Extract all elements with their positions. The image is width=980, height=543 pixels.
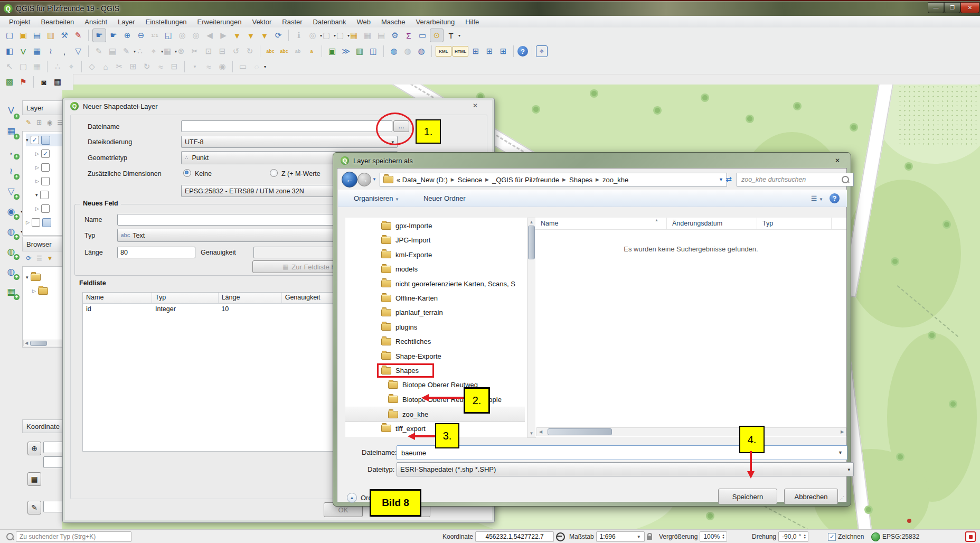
attribute-table-icon[interactable]: ▦ [361,29,374,42]
layer-visibility-checkbox[interactable]: ✓ [31,136,39,144]
crosshair-tool-icon[interactable]: ⌖ [536,45,548,57]
scale-lock-icon[interactable] [647,536,652,540]
misc-tool-2-icon[interactable]: ◌▾ [250,60,263,73]
forward-button[interactable]: → [357,173,371,186]
coordinate-panel-title[interactable]: Koordinate [22,419,67,433]
combo-arrow-icon[interactable]: ▼ [838,450,843,455]
new-project-icon[interactable]: ▢ [3,29,16,42]
menu-einstellungen[interactable]: Einstellungen [141,17,192,27]
coordinate-capture-button[interactable]: ⊕ [27,442,41,455]
folder-tree-item-shapes[interactable]: Shapes [345,363,525,378]
add-part-icon[interactable]: ⌖ [65,60,78,73]
render-checkbox[interactable]: ✓ [828,533,836,541]
expand-icon[interactable]: ▾ [26,275,29,280]
new-shapefile-icon[interactable]: ▽ [72,45,84,58]
data-source-manager-icon[interactable]: ◧ [3,45,16,58]
layer-tree-row[interactable]: ▷ [35,175,50,188]
grid-tool-1-icon[interactable]: ⊞ [469,45,482,58]
breadcrumb-item[interactable]: zoo_khe [602,176,628,184]
refresh-map-icon[interactable]: ⟳ [272,29,285,42]
add-vector-icon[interactable]: V+ [4,104,18,118]
identify-features-icon[interactable]: ℹ [293,29,305,42]
zoom-in-icon[interactable]: ⊕ [121,29,134,42]
select-arrow-icon[interactable]: ↖ [3,60,16,73]
folder-tree-item-offline-karten[interactable]: Offline-Karten [345,291,525,305]
breadcrumb-separator-icon[interactable]: ▶ [482,177,492,182]
dimensions-z-radio[interactable] [270,169,278,177]
layout-manager-icon[interactable]: ▤ [375,29,388,42]
layer-tree-row[interactable]: ▷ [26,216,51,229]
filter-legend-icon[interactable]: ◉ [45,118,54,127]
menu-hilfe[interactable]: Hilfe [460,17,484,27]
folder-tree-item-planlauf-terrain[interactable]: planlauf_terrain [345,305,525,320]
messages-log-icon[interactable] [965,531,976,542]
add-oracle-icon[interactable]: ◍+▾ [4,224,18,239]
dropdown-tool-icon[interactable]: ▾ [189,60,201,73]
add-delimited-icon[interactable]: ‚+ [4,144,18,158]
pan-to-selection-icon[interactable]: ☛ [107,29,120,42]
coordinate-value[interactable]: 456232.1,5427722.7 [475,531,554,542]
layer-visibility-checkbox[interactable]: ✓ [41,149,50,158]
menu-masche[interactable]: Masche [376,17,410,27]
search-input[interactable]: zoo_khe durchsuchen [737,173,854,186]
zoom-next-icon[interactable]: ▶ [217,29,230,42]
processing-toolbox-icon[interactable]: ▣ [326,45,338,58]
redo-icon[interactable]: ↻ [243,45,256,58]
view-selector-button[interactable]: ☰ ▼ [811,194,823,202]
browser-tree[interactable]: ▾ ▷ ◀ [22,266,63,348]
expand-icon[interactable]: ▾ [35,192,38,198]
trace-tool-icon[interactable]: ≈ [202,60,215,73]
add-wcs-icon[interactable]: ▦+ [4,284,18,299]
folder-tree-item-nicht-georeferenzierte-karten-scans-s[interactable]: nicht georeferenzierte Karten, Scans, S [345,277,525,291]
delete-part-icon[interactable]: ⊟ [168,60,181,73]
split-features-icon[interactable]: ✂ [113,60,126,73]
breadcrumb-item[interactable]: « Data_New (D:) [397,176,448,184]
dropdown-arrow-icon[interactable]: ▾ [458,33,460,38]
scroll-right-icon[interactable]: ▶ [840,429,845,434]
grid-tool-2-icon[interactable]: ⊞ [483,45,496,58]
collapse-icon[interactable]: ▷ [32,288,36,294]
folder-tree-item-models[interactable]: models [345,262,525,276]
browser-hscrollbar[interactable]: ◀ [23,340,62,347]
measure-icon[interactable]: ▭▾ [416,29,429,42]
resize-grip[interactable]: ⋰ [840,495,844,501]
breadcrumb-item[interactable]: Science [458,176,482,184]
layer-visibility-checkbox[interactable] [40,191,49,199]
folder-tree-item-kml-exporte[interactable]: kml-Exporte [345,248,525,262]
style-panel-icon[interactable]: ✎ [24,118,33,127]
browser-filter-icon[interactable]: ▼ [45,254,54,263]
crs-globe-3-icon[interactable]: ◍ [415,45,428,58]
layer-tree-row[interactable]: ▷✓ [35,147,50,160]
statistics-icon[interactable]: Σ [402,29,415,42]
dialog-close-button[interactable]: ✕ [469,101,481,110]
spinner-arrows-icon[interactable]: ▲▼ [803,534,806,539]
new-folder-button[interactable]: Neuer Ordner [423,194,465,202]
breadcrumb-item[interactable]: Shapes [569,176,592,184]
select-features-icon[interactable]: ▢▾ [320,29,333,42]
menu-layer[interactable]: Layer [113,17,140,27]
paste-features-icon[interactable]: ⊟ [216,45,229,58]
crs-globe-1-icon[interactable]: ◍ [388,45,400,58]
python-console-icon[interactable]: ≫ [340,45,352,58]
breadcrumb[interactable]: « Data_New (D:)▶Science▶_QGIS für Pilzfr… [380,173,727,186]
breadcrumb-separator-icon[interactable]: ▶ [448,177,458,182]
zoom-to-selection-icon[interactable]: ◎ [176,29,189,42]
folder-tree-item-jpg-import[interactable]: JPG-Import [345,233,525,247]
zoom-to-layer-icon[interactable]: ◎ [190,29,202,42]
dialog-close-button[interactable]: ✕ [832,156,843,165]
text-annotation-icon[interactable]: T▾ [445,29,457,42]
column-header-name[interactable]: Name [535,218,667,229]
minimize-button[interactable]: — [928,2,944,13]
back-button[interactable]: ← [342,172,357,188]
folder-tree-item-gpx-importe[interactable]: gpx-Importe [345,219,525,233]
layer-tree-row[interactable]: ▷ [35,202,50,215]
menu-vektor[interactable]: Vektor [247,17,276,27]
add-ring-icon[interactable]: ∴ [51,60,64,73]
organize-button[interactable]: Organisieren ▼ [354,194,399,202]
folder-tree-item-zoo-khe[interactable]: zoo_khe [345,407,525,422]
menu-bearbeiten[interactable]: Bearbeiten [36,17,79,27]
rotation-spinner[interactable]: -90,0°▲▼ [778,531,808,542]
bookmark-manager-icon[interactable]: ▼ [258,29,271,42]
tree-vscrollbar[interactable]: ▲ ▼ [527,218,536,438]
window-titlebar[interactable]: Q QGIS für Pilzfreunde 19 - QGIS — ❐ ✕ [0,0,980,17]
